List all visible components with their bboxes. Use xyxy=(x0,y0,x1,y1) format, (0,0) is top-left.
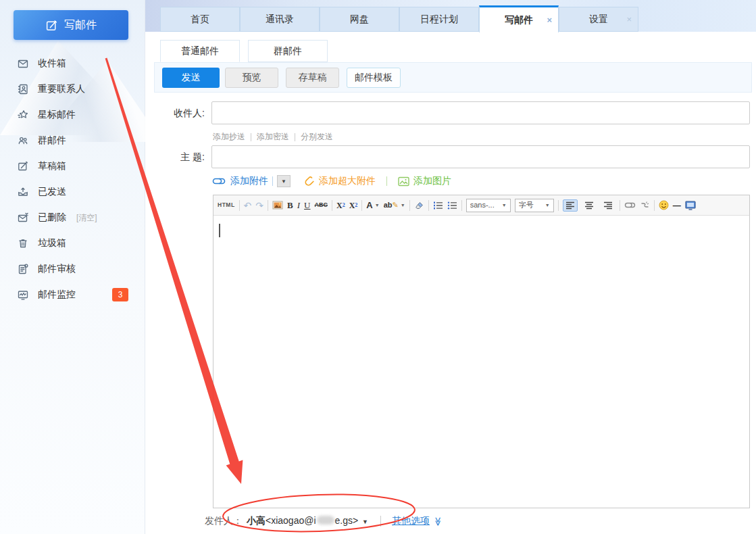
undo-icon[interactable]: ↶ xyxy=(244,201,252,210)
divider xyxy=(361,200,362,211)
chevron-down-icon: ▼ xyxy=(502,203,507,208)
sidebar-item-label: 已发送 xyxy=(38,186,66,198)
send-separately-link[interactable]: 分别发送 xyxy=(301,131,333,143)
tab-label: 首页 xyxy=(191,14,209,26)
divider xyxy=(386,176,387,186)
divider xyxy=(332,200,332,211)
divider xyxy=(380,516,381,527)
chevron-down-icon: ▼ xyxy=(281,178,286,185)
superscript-exp: 2 xyxy=(343,203,345,208)
add-large-attachment-link[interactable]: 添加超大附件 xyxy=(304,175,376,187)
group-mail-icon xyxy=(17,135,29,147)
subtab-group-mail[interactable]: 群邮件 xyxy=(248,40,328,62)
sidebar-item-mail-monitor[interactable]: 邮件监控 3 xyxy=(0,282,145,308)
horizontal-rule-button[interactable]: — xyxy=(673,201,681,210)
font-color-label: A xyxy=(366,201,372,210)
bold-button[interactable]: B xyxy=(287,201,293,210)
recipient-input[interactable] xyxy=(211,101,750,124)
chevron-down-icon: ▼ xyxy=(375,203,380,208)
cc-links-row: 添加抄送 添加密送 分别发送 xyxy=(213,131,333,143)
sidebar-item-group-mail[interactable]: 群邮件 xyxy=(0,128,145,153)
sidebar-item-drafts[interactable]: 草稿箱 xyxy=(0,153,145,179)
unordered-list-icon[interactable] xyxy=(447,201,457,210)
sidebar-item-label: 邮件监控 xyxy=(38,289,76,301)
editor-body[interactable] xyxy=(213,216,749,508)
subtab-normal-mail[interactable]: 普通邮件 xyxy=(160,40,240,62)
sidebar-item-label: 重要联系人 xyxy=(38,83,85,95)
align-left-button[interactable] xyxy=(563,199,578,212)
sidebar-item-starred[interactable]: 星标邮件 xyxy=(0,102,145,128)
font-color-button[interactable]: A▼ xyxy=(366,201,379,210)
add-large-attachment-label: 添加超大附件 xyxy=(319,175,376,187)
sidebar-item-inbox[interactable]: 收件箱 xyxy=(0,51,145,76)
tab-home[interactable]: 首页 xyxy=(160,7,240,32)
add-attachment-link[interactable]: 添加附件 xyxy=(211,175,268,187)
divider xyxy=(239,200,240,211)
sender-dropdown-icon[interactable]: ▼ xyxy=(362,518,368,525)
eraser-icon[interactable] xyxy=(414,201,424,210)
attachment-dropdown-button[interactable]: ▼ xyxy=(277,175,291,187)
redacted-blur xyxy=(317,516,334,525)
mail-template-button[interactable]: 邮件模板 xyxy=(347,68,401,88)
tab-netdisk[interactable]: 网盘 xyxy=(320,7,399,32)
add-image-link[interactable]: 添加图片 xyxy=(398,175,451,187)
save-draft-button[interactable]: 存草稿 xyxy=(286,68,339,88)
highlight-button[interactable]: ab✎▼ xyxy=(384,201,405,209)
add-bcc-link[interactable]: 添加密送 xyxy=(257,131,289,143)
html-source-button[interactable]: HTML xyxy=(218,202,235,208)
subject-input[interactable] xyxy=(211,145,750,168)
tab-settings[interactable]: 设置 × xyxy=(559,7,638,32)
sidebar-item-label: 群邮件 xyxy=(38,135,66,147)
sidebar-item-junk[interactable]: 垃圾箱 xyxy=(0,230,145,256)
tab-label: 网盘 xyxy=(350,14,369,26)
sender-address[interactable]: 小高<xiaogao@ie.gs> ▼ xyxy=(247,515,368,527)
font-family-select[interactable]: sans-...▼ xyxy=(466,199,511,212)
recipient-label: 收件人: xyxy=(164,107,205,120)
compose-button[interactable]: 写邮件 xyxy=(14,10,128,40)
font-family-value: sans-... xyxy=(470,201,495,209)
sidebar-item-mail-review[interactable]: 邮件审核 xyxy=(0,256,145,282)
divider xyxy=(461,200,462,211)
mail-review-icon xyxy=(17,263,29,275)
fullscreen-icon[interactable] xyxy=(685,201,696,210)
sidebar-item-label: 草稿箱 xyxy=(38,160,66,172)
close-icon[interactable]: × xyxy=(547,15,552,25)
subscript-button[interactable]: X2 xyxy=(349,201,358,210)
divider xyxy=(409,200,410,211)
align-center-button[interactable] xyxy=(582,199,597,212)
send-button[interactable]: 发送 xyxy=(162,68,220,88)
remove-link-icon[interactable] xyxy=(640,201,650,210)
chevron-double-down-icon[interactable]: ≫ xyxy=(433,516,443,526)
tab-contacts[interactable]: 通讯录 xyxy=(240,7,320,32)
monitor-count-badge: 3 xyxy=(112,288,128,301)
tab-label: 通讯录 xyxy=(266,14,294,26)
preview-button[interactable]: 预览 xyxy=(225,68,278,88)
ordered-list-icon[interactable] xyxy=(433,201,443,210)
superscript-button[interactable]: X2 xyxy=(336,201,345,210)
divider xyxy=(558,200,559,211)
strikethrough-button[interactable]: ABC xyxy=(314,202,328,208)
other-options-link[interactable]: 其他选项 xyxy=(392,515,430,527)
divider xyxy=(251,133,251,141)
insert-image-icon[interactable] xyxy=(272,201,283,210)
close-icon[interactable]: × xyxy=(626,14,632,24)
tab-calendar[interactable]: 日程计划 xyxy=(399,7,479,32)
insert-link-icon[interactable] xyxy=(624,201,636,209)
pencil-icon: ✎ xyxy=(393,201,399,209)
emoji-icon[interactable] xyxy=(659,200,669,210)
tab-label: 设置 xyxy=(589,14,608,26)
compose-pencil-icon xyxy=(45,19,58,32)
add-cc-link[interactable]: 添加抄送 xyxy=(213,131,245,143)
tab-compose[interactable]: 写邮件 × xyxy=(479,5,559,32)
sidebar-item-deleted[interactable]: 已删除 [清空] xyxy=(0,205,145,230)
align-right-button[interactable] xyxy=(601,199,615,212)
underline-button[interactable]: U xyxy=(304,201,310,210)
sidebar-item-important-contacts[interactable]: 重要联系人 xyxy=(0,76,145,102)
font-size-value: 字号 xyxy=(519,201,534,209)
redo-icon[interactable]: ↷ xyxy=(255,201,263,210)
italic-button[interactable]: I xyxy=(297,201,300,210)
empty-trash-link[interactable]: [清空] xyxy=(76,212,97,224)
attachment-row: 添加附件 ▼ 添加超大附件 添加图片 xyxy=(211,173,451,189)
font-size-select[interactable]: 字号▼ xyxy=(515,199,554,212)
sidebar-item-sent[interactable]: 已发送 xyxy=(0,179,145,205)
